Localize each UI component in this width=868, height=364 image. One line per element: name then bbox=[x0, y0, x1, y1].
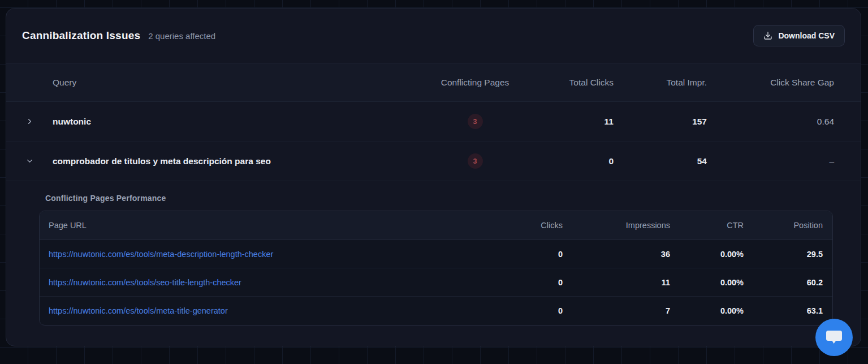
ctr-value: 0.00% bbox=[670, 306, 744, 315]
page-row: https://nuwtonic.com/es/tools/meta-descr… bbox=[40, 240, 832, 268]
position-value: 29.5 bbox=[744, 250, 823, 259]
impressions-value: 7 bbox=[563, 306, 670, 315]
cannibalization-issues-card: Cannibalization Issues 2 queries affecte… bbox=[6, 8, 861, 346]
col-header-position: Position bbox=[744, 221, 823, 230]
page-url-link[interactable]: https://nuwtonic.com/es/tools/meta-title… bbox=[49, 306, 228, 315]
total-clicks-value: 11 bbox=[523, 117, 614, 127]
nested-table-header: Page URL Clicks Impressions CTR Position bbox=[40, 211, 832, 240]
total-clicks-value: 0 bbox=[523, 156, 614, 166]
conflicting-pages-badge: 3 bbox=[468, 114, 483, 129]
total-impr-value: 157 bbox=[614, 117, 707, 127]
page-row: https://nuwtonic.com/es/tools/meta-title… bbox=[40, 297, 832, 325]
chat-bubble-icon bbox=[824, 328, 844, 347]
main-table-header: Query Conflicting Pages Total Clicks Tot… bbox=[6, 63, 861, 102]
queries-affected-count: 2 queries affected bbox=[148, 31, 215, 41]
col-header-page-url: Page URL bbox=[49, 221, 483, 230]
page-url-link[interactable]: https://nuwtonic.com/es/tools/seo-title-… bbox=[49, 278, 241, 287]
chevron-right-icon[interactable] bbox=[6, 117, 53, 126]
conflicting-pages-performance-title: Conflicting Pages Performance bbox=[45, 194, 861, 203]
clicks-value: 0 bbox=[483, 278, 563, 287]
download-icon bbox=[763, 31, 772, 40]
chat-launcher-button[interactable] bbox=[815, 319, 853, 356]
download-csv-label: Download CSV bbox=[778, 31, 835, 40]
ctr-value: 0.00% bbox=[670, 278, 744, 287]
impressions-value: 36 bbox=[563, 250, 670, 259]
col-header-impressions: Impressions bbox=[563, 221, 670, 230]
query-text: nuwtonic bbox=[53, 117, 427, 127]
col-header-ctr: CTR bbox=[670, 221, 744, 230]
page-row: https://nuwtonic.com/es/tools/seo-title-… bbox=[40, 268, 832, 297]
expanded-panel: Conflicting Pages Performance Page URL C… bbox=[6, 194, 861, 326]
col-header-total-impr: Total Impr. bbox=[614, 78, 707, 88]
conflicting-pages-table: Page URL Clicks Impressions CTR Position… bbox=[39, 211, 833, 326]
position-value: 60.2 bbox=[744, 278, 823, 287]
impressions-value: 11 bbox=[563, 278, 670, 287]
page-url-link[interactable]: https://nuwtonic.com/es/tools/meta-descr… bbox=[49, 250, 273, 259]
click-share-gap-value: – bbox=[707, 156, 834, 166]
col-header-query: Query bbox=[53, 78, 427, 88]
download-csv-button[interactable]: Download CSV bbox=[753, 25, 845, 46]
page-title: Cannibalization Issues bbox=[22, 29, 140, 42]
ctr-value: 0.00% bbox=[670, 250, 744, 259]
title-group: Cannibalization Issues 2 queries affecte… bbox=[22, 29, 215, 42]
query-row-comprobador[interactable]: comprobador de titulos y meta descripció… bbox=[6, 142, 861, 181]
click-share-gap-value: 0.64 bbox=[707, 117, 834, 127]
position-value: 63.1 bbox=[744, 306, 823, 315]
clicks-value: 0 bbox=[483, 306, 563, 315]
query-text: comprobador de titulos y meta descripció… bbox=[53, 156, 427, 166]
card-header: Cannibalization Issues 2 queries affecte… bbox=[6, 8, 861, 63]
clicks-value: 0 bbox=[483, 250, 563, 259]
chevron-down-icon[interactable] bbox=[6, 157, 53, 165]
col-header-total-clicks: Total Clicks bbox=[523, 78, 614, 88]
conflicting-pages-badge: 3 bbox=[468, 153, 483, 169]
col-header-conflicting-pages: Conflicting Pages bbox=[427, 78, 523, 88]
total-impr-value: 54 bbox=[614, 156, 707, 166]
query-row-nuwtonic[interactable]: nuwtonic 3 11 157 0.64 bbox=[6, 102, 861, 142]
col-header-clicks: Clicks bbox=[483, 221, 563, 230]
col-header-click-share-gap: Click Share Gap bbox=[707, 78, 834, 88]
